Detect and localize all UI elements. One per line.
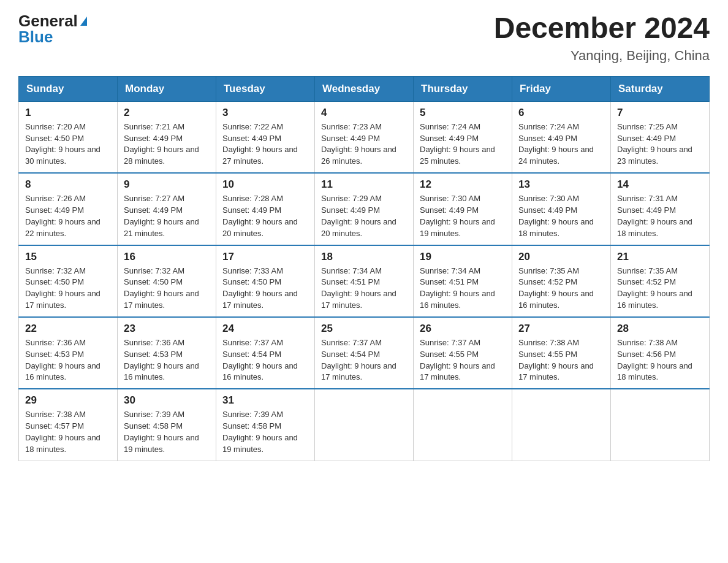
calendar-cell: 1 Sunrise: 7:20 AMSunset: 4:50 PMDayligh… xyxy=(19,101,118,173)
location-subtitle: Yanqing, Beijing, China xyxy=(494,48,710,64)
day-info: Sunrise: 7:37 AMSunset: 4:54 PMDaylight:… xyxy=(222,337,308,383)
day-info: Sunrise: 7:37 AMSunset: 4:54 PMDaylight:… xyxy=(321,337,407,383)
day-number: 22 xyxy=(25,323,111,335)
day-number: 21 xyxy=(617,251,703,263)
calendar-cell: 8 Sunrise: 7:26 AMSunset: 4:49 PMDayligh… xyxy=(19,173,118,245)
weekday-header-row: SundayMondayTuesdayWednesdayThursdayFrid… xyxy=(19,76,710,101)
calendar-cell: 16 Sunrise: 7:32 AMSunset: 4:50 PMDaylig… xyxy=(118,245,216,317)
day-info: Sunrise: 7:22 AMSunset: 4:49 PMDaylight:… xyxy=(222,121,308,167)
day-number: 26 xyxy=(420,323,506,335)
day-info: Sunrise: 7:28 AMSunset: 4:49 PMDaylight:… xyxy=(222,193,308,239)
day-number: 10 xyxy=(222,178,308,191)
calendar-week-row: 8 Sunrise: 7:26 AMSunset: 4:49 PMDayligh… xyxy=(19,173,710,245)
day-info: Sunrise: 7:34 AMSunset: 4:51 PMDaylight:… xyxy=(321,266,407,312)
day-info: Sunrise: 7:30 AMSunset: 4:49 PMDaylight:… xyxy=(420,193,506,239)
weekday-header-wednesday: Wednesday xyxy=(315,76,414,101)
day-number: 3 xyxy=(222,107,308,119)
month-title: December 2024 xyxy=(494,12,710,45)
day-info: Sunrise: 7:35 AMSunset: 4:52 PMDaylight:… xyxy=(518,266,604,312)
calendar-cell: 19 Sunrise: 7:34 AMSunset: 4:51 PMDaylig… xyxy=(414,245,512,317)
day-info: Sunrise: 7:37 AMSunset: 4:55 PMDaylight:… xyxy=(420,337,506,383)
calendar-cell xyxy=(414,389,512,461)
day-number: 14 xyxy=(617,178,703,191)
day-number: 16 xyxy=(124,251,210,263)
page-header: General Blue December 2024 Yanqing, Beij… xyxy=(18,12,710,64)
calendar-cell: 21 Sunrise: 7:35 AMSunset: 4:52 PMDaylig… xyxy=(611,245,710,317)
day-info: Sunrise: 7:31 AMSunset: 4:49 PMDaylight:… xyxy=(617,193,703,239)
calendar-title-section: December 2024 Yanqing, Beijing, China xyxy=(494,12,710,64)
calendar-cell: 15 Sunrise: 7:32 AMSunset: 4:50 PMDaylig… xyxy=(19,245,118,317)
calendar-cell: 17 Sunrise: 7:33 AMSunset: 4:50 PMDaylig… xyxy=(216,245,315,317)
calendar-cell xyxy=(611,389,710,461)
calendar-cell: 25 Sunrise: 7:37 AMSunset: 4:54 PMDaylig… xyxy=(315,317,414,389)
calendar-week-row: 1 Sunrise: 7:20 AMSunset: 4:50 PMDayligh… xyxy=(19,101,710,173)
calendar-cell: 27 Sunrise: 7:38 AMSunset: 4:55 PMDaylig… xyxy=(512,317,611,389)
calendar-cell: 3 Sunrise: 7:22 AMSunset: 4:49 PMDayligh… xyxy=(216,101,315,173)
calendar-cell: 14 Sunrise: 7:31 AMSunset: 4:49 PMDaylig… xyxy=(611,173,710,245)
day-number: 6 xyxy=(518,107,604,119)
day-number: 25 xyxy=(321,323,407,335)
weekday-header-monday: Monday xyxy=(118,76,216,101)
day-info: Sunrise: 7:24 AMSunset: 4:49 PMDaylight:… xyxy=(518,121,604,167)
day-number: 27 xyxy=(518,323,604,335)
day-number: 19 xyxy=(420,251,506,263)
calendar-cell: 13 Sunrise: 7:30 AMSunset: 4:49 PMDaylig… xyxy=(512,173,611,245)
day-info: Sunrise: 7:30 AMSunset: 4:49 PMDaylight:… xyxy=(518,193,604,239)
day-info: Sunrise: 7:34 AMSunset: 4:51 PMDaylight:… xyxy=(420,266,506,312)
calendar-cell: 9 Sunrise: 7:27 AMSunset: 4:49 PMDayligh… xyxy=(118,173,216,245)
calendar-cell: 20 Sunrise: 7:35 AMSunset: 4:52 PMDaylig… xyxy=(512,245,611,317)
day-info: Sunrise: 7:39 AMSunset: 4:58 PMDaylight:… xyxy=(124,409,210,455)
calendar-cell: 5 Sunrise: 7:24 AMSunset: 4:49 PMDayligh… xyxy=(414,101,512,173)
day-info: Sunrise: 7:21 AMSunset: 4:49 PMDaylight:… xyxy=(124,121,210,167)
calendar-cell: 18 Sunrise: 7:34 AMSunset: 4:51 PMDaylig… xyxy=(315,245,414,317)
day-info: Sunrise: 7:23 AMSunset: 4:49 PMDaylight:… xyxy=(321,121,407,167)
day-info: Sunrise: 7:32 AMSunset: 4:50 PMDaylight:… xyxy=(124,266,210,312)
day-number: 28 xyxy=(617,323,703,335)
calendar-cell: 2 Sunrise: 7:21 AMSunset: 4:49 PMDayligh… xyxy=(118,101,216,173)
day-info: Sunrise: 7:39 AMSunset: 4:58 PMDaylight:… xyxy=(222,409,308,455)
calendar-cell: 26 Sunrise: 7:37 AMSunset: 4:55 PMDaylig… xyxy=(414,317,512,389)
calendar-cell: 28 Sunrise: 7:38 AMSunset: 4:56 PMDaylig… xyxy=(611,317,710,389)
calendar-cell: 29 Sunrise: 7:38 AMSunset: 4:57 PMDaylig… xyxy=(19,389,118,461)
logo-blue: Blue xyxy=(18,28,53,46)
day-number: 9 xyxy=(124,178,210,191)
day-number: 2 xyxy=(124,107,210,119)
calendar-cell xyxy=(512,389,611,461)
day-info: Sunrise: 7:36 AMSunset: 4:53 PMDaylight:… xyxy=(124,337,210,383)
day-number: 13 xyxy=(518,178,604,191)
day-number: 17 xyxy=(222,251,308,263)
weekday-header-tuesday: Tuesday xyxy=(216,76,315,101)
calendar-cell: 10 Sunrise: 7:28 AMSunset: 4:49 PMDaylig… xyxy=(216,173,315,245)
day-info: Sunrise: 7:32 AMSunset: 4:50 PMDaylight:… xyxy=(25,266,111,312)
calendar-cell: 22 Sunrise: 7:36 AMSunset: 4:53 PMDaylig… xyxy=(19,317,118,389)
calendar-cell: 12 Sunrise: 7:30 AMSunset: 4:49 PMDaylig… xyxy=(414,173,512,245)
day-info: Sunrise: 7:38 AMSunset: 4:57 PMDaylight:… xyxy=(25,409,111,455)
calendar-cell: 11 Sunrise: 7:29 AMSunset: 4:49 PMDaylig… xyxy=(315,173,414,245)
day-number: 20 xyxy=(518,251,604,263)
day-number: 31 xyxy=(222,394,308,407)
day-info: Sunrise: 7:29 AMSunset: 4:49 PMDaylight:… xyxy=(321,193,407,239)
day-info: Sunrise: 7:36 AMSunset: 4:53 PMDaylight:… xyxy=(25,337,111,383)
day-number: 15 xyxy=(25,251,111,263)
weekday-header-sunday: Sunday xyxy=(19,76,118,101)
day-number: 7 xyxy=(617,107,703,119)
weekday-header-thursday: Thursday xyxy=(414,76,512,101)
day-number: 24 xyxy=(222,323,308,335)
day-number: 11 xyxy=(321,178,407,191)
day-number: 29 xyxy=(25,394,111,407)
day-info: Sunrise: 7:33 AMSunset: 4:50 PMDaylight:… xyxy=(222,266,308,312)
day-number: 30 xyxy=(124,394,210,407)
day-number: 23 xyxy=(124,323,210,335)
day-number: 8 xyxy=(25,178,111,191)
day-number: 18 xyxy=(321,251,407,263)
day-number: 4 xyxy=(321,107,407,119)
day-info: Sunrise: 7:20 AMSunset: 4:50 PMDaylight:… xyxy=(25,121,111,167)
calendar-table: SundayMondayTuesdayWednesdayThursdayFrid… xyxy=(18,76,710,461)
weekday-header-saturday: Saturday xyxy=(611,76,710,101)
calendar-cell: 23 Sunrise: 7:36 AMSunset: 4:53 PMDaylig… xyxy=(118,317,216,389)
calendar-week-row: 15 Sunrise: 7:32 AMSunset: 4:50 PMDaylig… xyxy=(19,245,710,317)
day-info: Sunrise: 7:27 AMSunset: 4:49 PMDaylight:… xyxy=(124,193,210,239)
day-number: 5 xyxy=(420,107,506,119)
day-info: Sunrise: 7:38 AMSunset: 4:55 PMDaylight:… xyxy=(518,337,604,383)
calendar-cell: 30 Sunrise: 7:39 AMSunset: 4:58 PMDaylig… xyxy=(118,389,216,461)
